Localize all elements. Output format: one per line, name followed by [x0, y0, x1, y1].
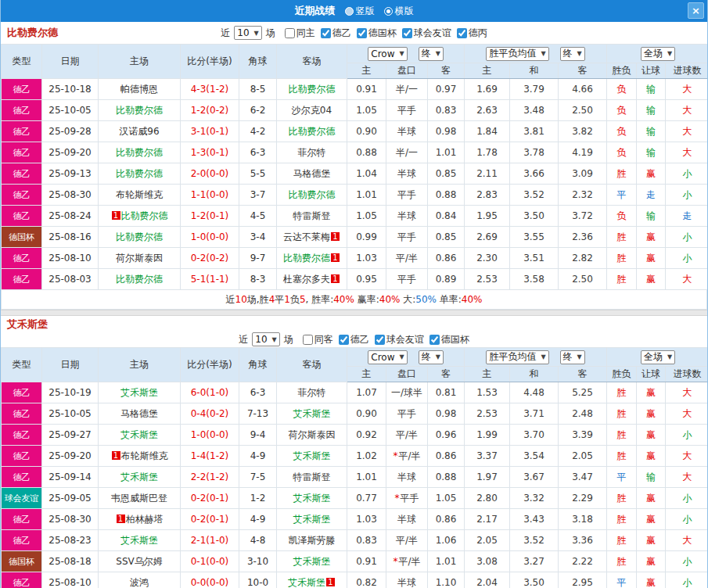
corner-cell: 9-7 — [239, 248, 277, 269]
chevron-down-icon: ▼ — [436, 353, 440, 360]
europe-home-odds-cell: 2.53 — [465, 403, 510, 425]
radio-label-text: 竖版 — [356, 5, 375, 18]
match-row: 德乙25-09-20比勒费尔德1-3(0-1)6-3菲尔特0.88半/一1.01… — [2, 142, 708, 163]
corner-cell: 5-5 — [239, 163, 277, 185]
panel-title: 近期战绩 — [295, 4, 336, 18]
europe-home-odds-cell: 2.80 — [465, 488, 510, 509]
checkbox-input[interactable] — [357, 28, 367, 38]
filter-checkbox-同客[interactable]: 同客 — [303, 333, 333, 346]
match-count-select[interactable]: 10▼ — [234, 26, 261, 40]
result-cell: 胜 — [607, 425, 637, 446]
radio-icon — [345, 7, 354, 16]
odds-stage-select[interactable]: 终▼ — [419, 47, 444, 61]
home-team-cell: 1布轮斯维克 — [99, 446, 181, 467]
filter-checkbox-德乙[interactable]: 德乙 — [321, 27, 351, 40]
col-home: 主场 — [99, 348, 181, 382]
col-away: 客场 — [277, 45, 347, 79]
filter-checkbox-德乙[interactable]: 德乙 — [339, 333, 369, 346]
scope-select[interactable]: 全场▼ — [641, 47, 675, 61]
europe-away-odds-cell: 2.29 — [559, 488, 607, 509]
asia-handicap-cell: 半/一 — [386, 142, 428, 163]
europe-odds-selects: 胜平负均值▼终▼ — [465, 350, 606, 364]
orientation-radio-横版[interactable]: 横版 — [384, 5, 414, 18]
filter-checkbox-德国杯[interactable]: 德国杯 — [357, 27, 397, 40]
asia-away-odds-cell: 1.06 — [428, 530, 465, 551]
europe-home-odds-cell: 2.17 — [465, 509, 510, 530]
europe-home-odds-cell: 1.53 — [465, 382, 510, 403]
europe-away-odds-cell: 3.39 — [559, 425, 607, 446]
europe-source-select[interactable]: 胜平负均值▼ — [486, 350, 548, 364]
odds-source-select[interactable]: Crow▼ — [368, 47, 407, 61]
asia-odds-group: Crow▼终▼ — [347, 45, 465, 63]
result-cell: 胜 — [607, 403, 637, 425]
team-name: 艾禾斯堡 — [1, 317, 707, 332]
col-handicap-result: 让球 — [637, 63, 666, 79]
scope-select[interactable]: 全场▼ — [641, 350, 675, 364]
league-cell: 德乙 — [2, 403, 42, 425]
away-team-cell: 荷尔斯泰因 — [277, 425, 347, 446]
asia-handicap-cell: 平手 — [386, 185, 428, 206]
orientation-radio-竖版[interactable]: 竖版 — [345, 5, 375, 18]
team-name-text: 艾禾斯堡 — [293, 493, 331, 504]
team-name-text: 波鸿 — [130, 577, 149, 588]
result-cell: 胜 — [607, 163, 637, 185]
goals-result-cell: 小 — [666, 509, 708, 530]
checkbox-input[interactable] — [402, 28, 412, 38]
team-name-text: SSV乌尔姆 — [116, 556, 162, 567]
handicap-text: 平手 — [397, 408, 416, 419]
filter-checkbox-球会友谊[interactable]: 球会友谊 — [375, 333, 424, 346]
col-home: 主场 — [99, 45, 181, 79]
away-team-cell: 比勒费尔德 — [277, 79, 347, 100]
col-result: 胜负 — [607, 63, 637, 79]
filter-checkbox-球会友谊[interactable]: 球会友谊 — [402, 27, 451, 40]
date-cell: 25-09-20 — [42, 446, 99, 467]
filter-checkbox-德丙[interactable]: 德丙 — [457, 27, 487, 40]
checkbox-input[interactable] — [457, 28, 467, 38]
summary-segment: 场,胜 — [247, 294, 269, 305]
date-cell: 25-08-24 — [42, 206, 99, 227]
match-count-select[interactable]: 10▼ — [252, 332, 279, 346]
europe-away-odds-cell: 2.50 — [559, 269, 607, 290]
odds-changed-star: * — [393, 450, 397, 461]
matches-table: 类型 日期 主场 比分(半场) 角球 客场 Crow▼终▼ 胜平负均值▼终▼ 全… — [1, 44, 708, 290]
europe-away-odds-cell: 4.66 — [559, 79, 607, 100]
europe-away-odds-cell: 2.05 — [559, 446, 607, 467]
goals-result-cell: 小 — [666, 163, 708, 185]
asia-handicap-cell: 半球 — [386, 509, 428, 530]
checkbox-input[interactable] — [429, 335, 440, 345]
europe-draw-odds-cell: 3.67 — [510, 467, 559, 488]
summary-segment: 负 — [290, 294, 300, 305]
europe-draw-odds-cell: 3.78 — [510, 142, 559, 163]
europe-stage-select[interactable]: 终▼ — [560, 47, 585, 61]
checkbox-input[interactable] — [339, 335, 349, 345]
europe-home-odds-cell: 1.95 — [465, 206, 510, 227]
filter-checkbox-同主[interactable]: 同主 — [285, 27, 315, 40]
home-team-cell: 布轮斯维克 — [99, 185, 181, 206]
odds-source-select[interactable]: Crow▼ — [368, 350, 407, 364]
europe-away-odds-cell: 5.25 — [559, 382, 607, 403]
checkbox-input[interactable] — [303, 335, 313, 345]
checkbox-input[interactable] — [285, 28, 295, 38]
asia-odds-selects: Crow▼终▼ — [347, 47, 464, 61]
checkbox-label-text: 德丙 — [469, 27, 487, 40]
europe-draw-odds-cell: 4.48 — [510, 382, 559, 403]
team-name: 比勒费尔德 — [7, 26, 58, 40]
league-filter-checkboxes: 同客德乙球会友谊德国杯 — [297, 333, 469, 346]
europe-stage-select[interactable]: 终▼ — [560, 350, 585, 364]
asia-home-odds-cell: 0.91 — [347, 551, 386, 572]
europe-home-odds-cell: 2.05 — [465, 530, 510, 551]
europe-odds-group: 胜平负均值▼终▼ — [465, 348, 607, 367]
col-result: 胜负 — [607, 367, 637, 382]
asia-away-odds-cell: 0.85 — [428, 227, 465, 248]
scope-selects: 全场▼ — [607, 47, 708, 61]
europe-away-odds-cell: 4.19 — [559, 142, 607, 163]
home-team-cell: 比勒费尔德 — [99, 142, 181, 163]
europe-source-select[interactable]: 胜平负均值▼ — [486, 47, 548, 61]
close-button[interactable]: × — [688, 2, 704, 19]
team-name-text: 韦恩威斯巴登 — [111, 493, 167, 504]
odds-stage-select[interactable]: 终▼ — [419, 350, 444, 364]
handicap-text: 平/半 — [398, 556, 420, 567]
checkbox-input[interactable] — [321, 28, 331, 38]
checkbox-input[interactable] — [375, 335, 385, 345]
filter-checkbox-德国杯[interactable]: 德国杯 — [429, 333, 469, 346]
